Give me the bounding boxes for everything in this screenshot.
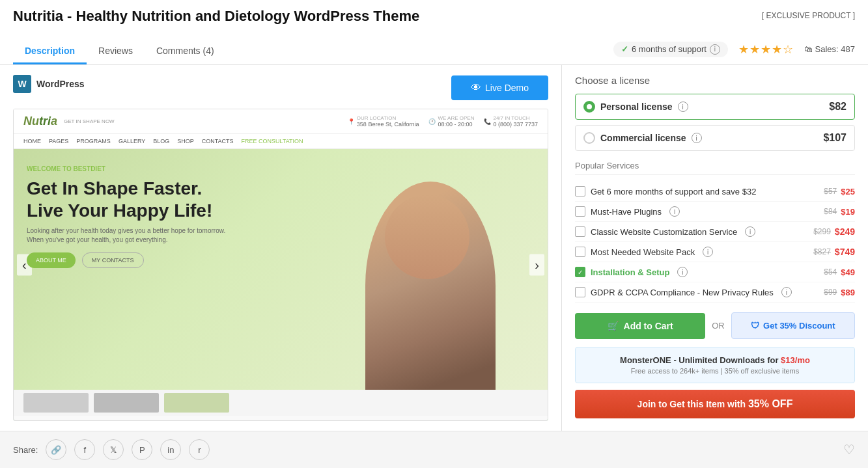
service-website-pack-name: Most Needed Website Pack <box>591 247 695 257</box>
support-text: 6 months of support <box>632 44 707 54</box>
service-customization-name: Classic Website Customization Service <box>591 227 737 237</box>
service-website-pack-checkbox[interactable] <box>575 247 585 257</box>
or-text: OR <box>712 321 725 331</box>
demo-hours-label: WE ARE OPEN <box>438 115 474 121</box>
live-demo-label: Live Demo <box>485 83 529 93</box>
service-plugins: Must-Have Plugins i $84 $19 <box>575 202 855 222</box>
exclusive-label: [ EXCLUSIVE PRODUCT ] <box>762 11 855 20</box>
monster-title: MonsterONE - Unlimited Downloads for $13… <box>585 355 845 365</box>
service-installation-checkbox[interactable]: ✓ <box>575 267 585 277</box>
tab-comments[interactable]: Comments (4) <box>145 39 226 64</box>
service-plugins-old-price: $84 <box>824 207 837 216</box>
popular-services-title: Popular Services <box>575 161 855 175</box>
demo-hero-buttons: ABOUT ME MY CONTACTS <box>27 252 294 268</box>
commercial-license-price: $107 <box>823 132 847 144</box>
personal-license-price: $82 <box>829 101 847 113</box>
radio-dot <box>587 104 592 109</box>
social-link-icon[interactable]: 🔗 <box>46 439 66 460</box>
personal-license-option[interactable]: Personal license i $82 <box>575 94 855 120</box>
stars-display: ★★★★☆ <box>738 43 794 56</box>
service-support: Get 6 more months of support and save $3… <box>575 182 855 202</box>
monster-desc: Free access to 264k+ items | 35% off exc… <box>585 367 845 375</box>
personal-radio[interactable] <box>583 101 595 113</box>
demo-logo: Nutria <box>23 115 57 128</box>
service-website-pack-info[interactable]: i <box>703 247 713 257</box>
service-customization-info[interactable]: i <box>745 226 755 237</box>
social-pinterest-icon[interactable]: P <box>132 439 152 460</box>
demo-hero-title: Get In Shape Faster.Live Your Happy Life… <box>27 178 294 221</box>
service-gdpr-info[interactable]: i <box>781 287 792 297</box>
tab-list: Description Reviews Comments (4) <box>13 39 226 64</box>
demo-person <box>365 182 496 390</box>
demo-about-btn[interactable]: ABOUT ME <box>27 252 76 268</box>
commercial-radio[interactable] <box>583 132 595 144</box>
demo-logo-sub: GET IN SHAPE NOW <box>64 118 115 124</box>
service-installation-new-price: $49 <box>841 267 855 277</box>
popular-services: Popular Services Get 6 more months of su… <box>575 161 855 303</box>
bottom-bar: Share: 🔗 f 𝕏 P in r ♡ <box>0 431 868 468</box>
support-badge: ✓ 6 months of support i <box>613 42 728 57</box>
add-to-cart-button[interactable]: 🛒 Add to Cart <box>575 313 705 339</box>
service-gdpr: GDPR & CCPA Compliance - New Privacy Rul… <box>575 282 855 303</box>
service-gdpr-old-price: $99 <box>824 288 837 297</box>
live-demo-button[interactable]: 👁 Live Demo <box>451 75 548 100</box>
heart-icon[interactable]: ♡ <box>843 442 855 457</box>
demo-inner: Nutria GET IN SHAPE NOW 📍 OUR LOCATION 3… <box>14 109 548 420</box>
discount-button[interactable]: 🛡 Get 35% Discount <box>731 312 855 339</box>
social-reddit-icon[interactable]: r <box>189 439 210 460</box>
service-gdpr-prices: $99 $89 <box>824 288 855 297</box>
service-support-new-price: $25 <box>841 187 855 197</box>
demo-nav: HOME PAGES PROGRAMS GALLERY BLOG SHOP CO… <box>14 134 548 149</box>
monster-price: $13/mo <box>781 355 810 365</box>
sales-number: 487 <box>841 44 855 54</box>
personal-license-info[interactable]: i <box>678 102 688 112</box>
license-title: Choose a license <box>575 75 855 86</box>
demo-contacts-btn[interactable]: MY CONTACTS <box>82 252 144 268</box>
service-website-pack-new-price: $749 <box>835 247 855 257</box>
commercial-license-name: Commercial license <box>600 133 686 143</box>
share-label: Share: <box>13 445 38 455</box>
demo-hours: 08:00 - 20:00 <box>438 121 474 128</box>
demo-contacts: 📍 OUR LOCATION 358 Beree St, California … <box>348 115 538 128</box>
demo-hero: WELCOME TO BESTDIET Get In Shape Faster.… <box>14 149 548 390</box>
service-plugins-info[interactable]: i <box>669 206 680 217</box>
join-button[interactable]: Join to Get this Item with 35% OFF <box>575 390 855 418</box>
service-customization-old-price: $299 <box>813 227 831 236</box>
tab-meta: ✓ 6 months of support i ★★★★☆ 🛍 Sales: 4… <box>613 42 855 62</box>
commercial-license-info[interactable]: i <box>692 133 702 143</box>
service-support-checkbox[interactable] <box>575 186 585 197</box>
demo-hero-subtitle: WELCOME TO BESTDIET <box>27 165 294 172</box>
service-plugins-checkbox[interactable] <box>575 206 585 217</box>
commercial-license-option[interactable]: Commercial license i $107 <box>575 125 855 151</box>
service-gdpr-new-price: $89 <box>841 288 855 297</box>
tabs-container: Description Reviews Comments (4) ✓ 6 mon… <box>13 39 855 64</box>
demo-location-label: OUR LOCATION <box>357 115 419 121</box>
discount-label: Get 35% Discount <box>763 321 835 331</box>
service-installation: ✓ Installation & Setup i $54 $49 <box>575 262 855 282</box>
add-to-cart-label: Add to Cart <box>624 321 673 331</box>
social-facebook-icon[interactable]: f <box>74 439 95 460</box>
tabs-bar: Description Reviews Comments (4) ✓ 6 mon… <box>0 31 868 65</box>
service-plugins-new-price: $19 <box>841 207 855 217</box>
main-content: W WordPress 👁 Live Demo Nutria GET IN SH… <box>0 65 868 431</box>
tab-reviews[interactable]: Reviews <box>87 39 145 64</box>
nav-arrow-right[interactable]: › <box>529 254 544 276</box>
shield-icon: 🛡 <box>751 321 759 331</box>
service-customization-checkbox[interactable] <box>575 226 585 237</box>
personal-license-name: Personal license <box>600 102 673 112</box>
service-installation-name: Installation & Setup <box>591 267 669 277</box>
service-gdpr-checkbox[interactable] <box>575 287 585 297</box>
left-panel: W WordPress 👁 Live Demo Nutria GET IN SH… <box>0 65 562 431</box>
support-info-icon[interactable]: i <box>710 44 720 55</box>
tab-description[interactable]: Description <box>13 39 87 64</box>
social-linkedin-icon[interactable]: in <box>160 439 181 460</box>
rating-stars: ★★★★☆ <box>738 42 794 57</box>
service-installation-info[interactable]: i <box>677 267 688 277</box>
sales-count: 🛍 Sales: 487 <box>804 44 855 54</box>
service-customization-new-price: $249 <box>835 226 855 237</box>
service-installation-old-price: $54 <box>824 267 837 277</box>
social-twitter-icon[interactable]: 𝕏 <box>103 439 124 460</box>
platform-name: WordPress <box>36 79 85 89</box>
demo-hero-content: WELCOME TO BESTDIET Get In Shape Faster.… <box>14 149 307 284</box>
page-header: Nutritia - Healthy Nutrition and Dietolo… <box>0 0 868 31</box>
